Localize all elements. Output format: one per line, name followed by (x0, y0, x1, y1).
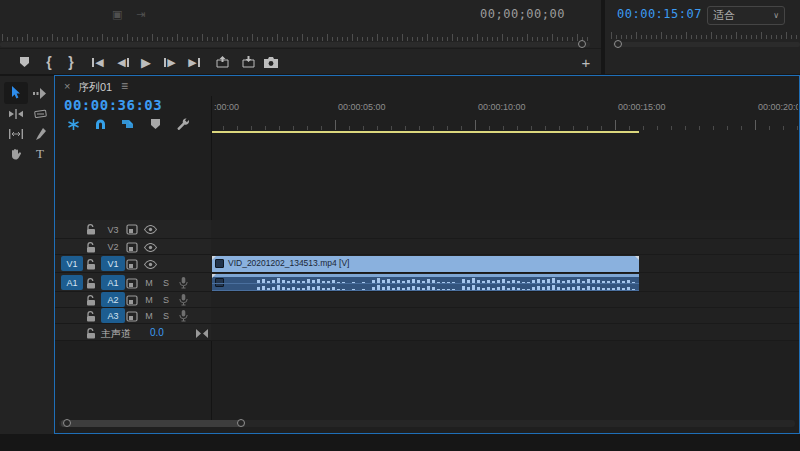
hand-tool-icon[interactable] (6, 145, 26, 163)
track-target-badge[interactable]: V1 (101, 256, 125, 271)
add-marker-icon[interactable] (146, 116, 164, 132)
audio-clip[interactable] (212, 274, 639, 291)
sync-lock-icon[interactable] (125, 276, 139, 290)
pen-tool-icon[interactable] (30, 125, 50, 143)
solo-button[interactable]: S (161, 295, 171, 305)
lock-icon[interactable] (84, 222, 98, 236)
button-editor-button[interactable]: + (578, 49, 594, 75)
sync-lock-icon[interactable] (125, 222, 139, 236)
master-level-value[interactable]: 0.0 (150, 327, 164, 338)
play-button[interactable]: ▶ (138, 49, 154, 75)
add-marker-button[interactable] (16, 49, 32, 75)
zoom-level-value: 适合 (713, 8, 735, 23)
keyframe-navigator-icon[interactable] (195, 326, 209, 340)
go-to-in-button[interactable]: ◀ (90, 49, 106, 75)
source-patch-audio[interactable]: A1 (61, 275, 83, 290)
current-timecode[interactable]: 00:00:15:07 (617, 7, 702, 21)
track-header-a2: A2 M S (55, 292, 211, 308)
sync-lock-icon[interactable] (125, 309, 139, 323)
solo-button[interactable]: S (161, 311, 171, 321)
toggle-track-output-eye-icon[interactable] (143, 240, 157, 254)
track-lane-master[interactable] (211, 324, 799, 341)
tools-panel: T (0, 76, 54, 434)
step-back-button[interactable]: ◀ (115, 49, 131, 75)
sync-lock-icon[interactable] (125, 293, 139, 307)
mute-button[interactable]: M (144, 278, 154, 288)
solo-button[interactable]: S (161, 278, 171, 288)
track-target-badge[interactable]: A3 (101, 308, 125, 323)
monitor-time-ruler[interactable] (609, 29, 800, 39)
linked-selection-icon[interactable] (118, 116, 136, 132)
mute-button[interactable]: M (144, 311, 154, 321)
nest-sequence-icon[interactable] (64, 116, 82, 132)
snap-magnet-icon[interactable] (91, 116, 109, 132)
comparison-view-icon[interactable]: ▣ (112, 8, 122, 21)
playhead-timecode[interactable]: 00:00:36:03 (64, 97, 162, 113)
mute-button[interactable]: M (144, 295, 154, 305)
toggle-track-output-eye-icon[interactable] (143, 222, 157, 236)
zoom-handle-icon[interactable] (614, 40, 622, 48)
track-target-badge[interactable]: A2 (101, 292, 125, 307)
sync-lock-icon[interactable] (125, 240, 139, 254)
track-select-forward-tool-icon[interactable] (30, 84, 50, 102)
mark-in-button[interactable]: { (42, 49, 56, 75)
sync-lock-icon[interactable] (125, 257, 139, 271)
tab-sequence[interactable]: 序列01 (78, 80, 112, 95)
clip-out-notch (635, 256, 639, 260)
track-lane-a2[interactable] (211, 292, 799, 308)
work-area-bar[interactable] (212, 131, 639, 133)
track-header-v3: V3 (55, 220, 211, 239)
lift-button[interactable] (213, 49, 231, 75)
selection-tool-icon[interactable] (6, 84, 26, 102)
lock-icon[interactable] (84, 257, 98, 271)
lock-icon[interactable] (84, 240, 98, 254)
track-target-badge[interactable]: V3 (101, 222, 125, 237)
export-frame-button[interactable] (262, 49, 280, 75)
zoom-handle-icon[interactable] (578, 40, 586, 48)
audio-clip-header-strip (212, 274, 639, 277)
track-header-a1: A1 A1 M S (55, 273, 211, 292)
track-lane-v3[interactable] (211, 220, 799, 239)
trim-mode-icon[interactable]: ⇥ (136, 8, 145, 21)
voiceover-mic-icon[interactable] (176, 276, 190, 290)
time-ruler[interactable]: :00:0000:00:05:0000:00:10:0000:00:15:000… (212, 96, 798, 132)
monitor-zoom-scrollbar[interactable] (0, 42, 590, 47)
type-tool-icon[interactable]: T (30, 145, 50, 163)
master-track-label: 主声道 (101, 327, 131, 341)
razor-tool-icon[interactable] (30, 105, 50, 123)
voiceover-mic-icon[interactable] (176, 293, 190, 307)
go-to-out-button[interactable]: ▶ (186, 49, 202, 75)
track-target-badge[interactable]: A1 (101, 275, 125, 290)
track-header-v1: V1 V1 (55, 255, 211, 273)
timeline-scrollbar-thumb[interactable] (61, 420, 245, 427)
track-row-v2: V2 (55, 239, 799, 255)
monitor-zoom-scrollbar[interactable] (613, 42, 800, 47)
extract-button[interactable] (239, 49, 257, 75)
panel-menu-icon[interactable]: ≡ (121, 79, 128, 93)
close-tab-icon[interactable]: × (64, 80, 70, 92)
track-lane-v2[interactable] (211, 239, 799, 255)
clip-name: VID_20201202_134513.mp4 [V] (228, 258, 349, 268)
toggle-track-output-eye-icon[interactable] (143, 257, 157, 271)
lock-icon[interactable] (84, 326, 98, 340)
zoom-level-select[interactable]: 适合 ∨ (707, 6, 785, 25)
ripple-edit-tool-icon[interactable] (6, 105, 26, 123)
slip-tool-icon[interactable] (6, 125, 26, 143)
scrollbar-zoom-handle-left[interactable] (63, 419, 71, 427)
fx-badge[interactable] (215, 259, 224, 268)
voiceover-mic-icon[interactable] (176, 309, 190, 323)
lock-icon[interactable] (84, 276, 98, 290)
monitor-time-ruler[interactable] (0, 31, 592, 41)
lock-icon[interactable] (84, 293, 98, 307)
lock-icon[interactable] (84, 309, 98, 323)
timeline-settings-wrench-icon[interactable] (174, 116, 192, 132)
ruler-label: :00:00 (214, 102, 239, 112)
source-patch-video[interactable]: V1 (61, 256, 83, 271)
mark-out-button[interactable]: } (64, 49, 78, 75)
track-target-badge[interactable]: V2 (101, 239, 125, 254)
video-clip[interactable]: VID_20201202_134513.mp4 [V] (212, 256, 639, 272)
track-lane-a3[interactable] (211, 308, 799, 324)
step-forward-button[interactable]: ▶ (162, 49, 178, 75)
scrollbar-zoom-handle-right[interactable] (237, 419, 245, 427)
ruler-label: 00:00:05:00 (338, 102, 386, 112)
